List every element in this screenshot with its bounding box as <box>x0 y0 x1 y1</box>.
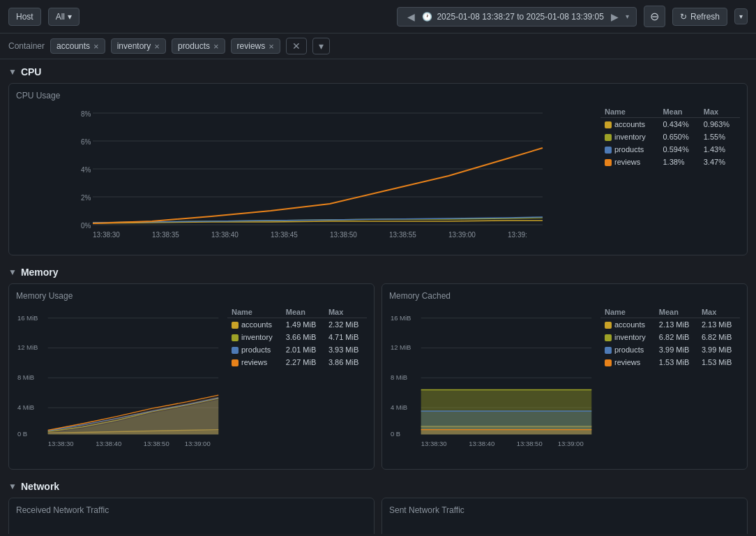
time-forward-button[interactable]: ▶ <box>608 11 621 22</box>
mem-legend-mean-hdr: Mean <box>282 306 324 318</box>
cpu-section-title: CPU <box>21 66 42 77</box>
chevron-down-icon-time: ▾ <box>626 13 629 20</box>
memory-section: ▼ Memory Memory Usage 16 MiB 12 MiB 8 Mi… <box>8 267 748 470</box>
cache-legend-reviews: reviews 1.53 MiB 1.53 MiB <box>600 356 740 368</box>
sent-network-card: Sent Network Traffic <box>381 498 748 534</box>
y-label-8: 8% <box>81 110 91 118</box>
legend-max-header: Max <box>700 106 740 118</box>
mem-legend-max-hdr: Max <box>324 306 367 318</box>
mem-inventory-color <box>232 334 239 341</box>
legend-name-header: Name <box>600 106 658 118</box>
memory-usage-title: Memory Usage <box>16 291 367 301</box>
memory-section-header[interactable]: ▼ Memory <box>8 267 748 278</box>
mem-x-2: 13:38:40 <box>96 440 121 447</box>
mem-y-16: 16 MiB <box>17 314 38 322</box>
main-content: ▼ CPU CPU Usage 8% 6% 4% 2% 0% <box>0 59 756 534</box>
cpu-section-header[interactable]: ▼ CPU <box>8 66 748 77</box>
memory-cached-card: Memory Cached 16 MiB 12 MiB 8 MiB 4 MiB … <box>381 283 748 470</box>
x-label-2: 13:38:35 <box>152 231 179 239</box>
filter-tag-inventory-label: inventory <box>117 41 151 51</box>
cache-legend-max-hdr: Max <box>697 306 740 318</box>
filter-tag-products-label: products <box>178 41 210 51</box>
filter-tag-accounts: accounts × <box>50 38 105 54</box>
memory-cached-chart-area: 16 MiB 12 MiB 8 MiB 4 MiB 0 B <box>389 306 740 462</box>
sent-network-title: Sent Network Traffic <box>389 505 740 515</box>
x-label-8: 13:39: <box>508 231 527 239</box>
mem-legend-name-hdr: Name <box>227 306 282 318</box>
refresh-label: Refresh <box>690 12 720 22</box>
network-charts-row: Received Network Traffic Sent Network Tr… <box>8 498 748 534</box>
x-label-3: 13:38:40 <box>211 231 239 239</box>
memory-section-title: Memory <box>21 267 59 278</box>
cpu-legend-inventory: inventory 0.650% 1.55% <box>600 131 740 143</box>
cpu-legend-reviews: reviews 1.38% 3.47% <box>600 156 740 168</box>
y-label-2: 2% <box>81 194 91 202</box>
chevron-down-icon: ▾ <box>68 12 72 22</box>
y-label-6: 6% <box>81 138 91 146</box>
cache-inventory-color <box>605 334 612 341</box>
memory-cached-title: Memory Cached <box>389 291 740 301</box>
mem-reviews-fill <box>48 396 219 434</box>
mem-x-4: 13:39:00 <box>185 440 211 447</box>
received-network-chart <box>16 521 367 534</box>
cache-x-4: 13:39:00 <box>558 440 584 447</box>
network-chevron-icon: ▼ <box>8 482 17 491</box>
sent-network-chart <box>389 521 740 534</box>
refresh-button[interactable]: ↻ Refresh <box>672 8 727 26</box>
products-color <box>605 147 612 154</box>
memory-cached-legend: Name Mean Max accounts 2.13 MiB 2.13 MiB <box>600 306 740 462</box>
cpu-usage-card: CPU Usage 8% 6% 4% 2% 0% <box>8 83 748 255</box>
mem-y-0: 0 B <box>17 430 27 438</box>
cpu-chevron-icon: ▼ <box>8 67 17 77</box>
network-section-header[interactable]: ▼ Network <box>8 481 748 492</box>
time-back-button[interactable]: ◀ <box>405 11 418 22</box>
mem-legend-reviews: reviews 2.27 MiB 3.86 MiB <box>227 356 367 368</box>
cache-reviews-fill <box>421 430 592 435</box>
reviews-color <box>605 159 612 166</box>
legend-mean-header: Mean <box>658 106 699 118</box>
x-label-4: 13:38:45 <box>271 231 298 239</box>
mem-y-4: 4 MiB <box>17 403 34 411</box>
cpu-usage-chart-area: 8% 6% 4% 2% 0% <box>16 106 740 248</box>
refresh-dropdown-button[interactable]: ▾ <box>734 8 748 24</box>
cache-legend-mean-hdr: Mean <box>655 306 697 318</box>
cache-legend-name-hdr: Name <box>600 306 655 318</box>
host-button[interactable]: Host <box>8 8 41 26</box>
mem-y-12: 12 MiB <box>17 343 38 351</box>
cache-y-8: 8 MiB <box>391 373 407 381</box>
cpu-usage-title: CPU Usage <box>16 91 740 100</box>
memory-cached-svg-container: 16 MiB 12 MiB 8 MiB 4 MiB 0 B <box>389 306 595 462</box>
mem-legend-products: products 2.01 MiB 3.93 MiB <box>227 343 367 356</box>
filter-tag-accounts-remove[interactable]: × <box>93 42 99 51</box>
memory-usage-legend: Name Mean Max accounts 1.49 MiB 2.32 MiB <box>227 306 367 462</box>
filter-tag-reviews: reviews × <box>231 38 280 54</box>
filter-tag-reviews-label: reviews <box>237 41 266 51</box>
filter-tag-reviews-remove[interactable]: × <box>269 42 274 51</box>
cache-legend-accounts: accounts 2.13 MiB 2.13 MiB <box>600 318 740 332</box>
cache-y-16: 16 MiB <box>391 314 411 322</box>
mem-reviews-color <box>232 359 239 366</box>
memory-cached-svg: 16 MiB 12 MiB 8 MiB 4 MiB 0 B <box>389 306 595 460</box>
time-range-selector[interactable]: ◀ 🕐 2025-01-08 13:38:27 to 2025-01-08 13… <box>397 7 637 27</box>
cpu-reviews-line <box>93 148 543 223</box>
memory-usage-card: Memory Usage 16 MiB 12 MiB 8 MiB 4 MiB 0… <box>8 283 375 470</box>
cache-y-4: 4 MiB <box>391 403 407 411</box>
zoom-out-button[interactable]: ⊖ <box>644 6 665 27</box>
cache-legend-inventory: inventory 6.82 MiB 6.82 MiB <box>600 331 740 343</box>
received-network-card: Received Network Traffic <box>8 498 375 534</box>
filter-tag-products-remove[interactable]: × <box>213 42 219 51</box>
mem-accounts-color <box>232 322 239 329</box>
received-network-title: Received Network Traffic <box>16 505 367 515</box>
memory-usage-svg: 16 MiB 12 MiB 8 MiB 4 MiB 0 B <box>16 306 222 460</box>
cache-x-2: 13:38:40 <box>469 440 494 447</box>
filter-tag-inventory-remove[interactable]: × <box>154 42 160 51</box>
x-label-5: 13:38:50 <box>330 231 357 239</box>
network-section-title: Network <box>21 481 59 492</box>
cache-accounts-color <box>605 322 612 329</box>
cache-y-0: 0 B <box>391 430 400 438</box>
all-filter-button[interactable]: All ▾ <box>48 8 80 26</box>
mem-legend-accounts: accounts 1.49 MiB 2.32 MiB <box>227 318 367 332</box>
filter-dropdown-button[interactable]: ▾ <box>312 38 330 54</box>
network-section: ▼ Network Received Network Traffic Sent … <box>8 481 748 534</box>
filter-add-button[interactable]: ✕ <box>286 38 307 54</box>
